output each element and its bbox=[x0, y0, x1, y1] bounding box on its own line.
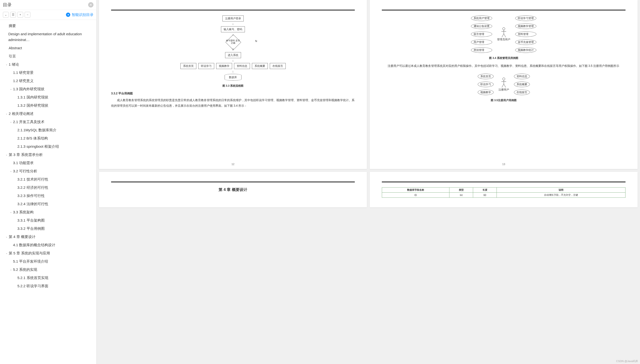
add-button[interactable]: + bbox=[18, 12, 23, 18]
toc-item[interactable]: 5.1 平台开发环境介绍 bbox=[0, 257, 96, 266]
toc-item[interactable]: 3.2.2 经济的可行性 bbox=[0, 184, 96, 192]
chevron-down-icon[interactable]: ⌄ bbox=[9, 210, 13, 214]
toc-item[interactable]: 3.3.2 平台用例图 bbox=[0, 224, 96, 233]
toc-item[interactable]: ⌄2 相关理论阐述 bbox=[0, 110, 96, 118]
usecase-admin: 系统用户管理通知公告设置留言管理用户管理类别管理 管理员用户 听说学习管理视频教… bbox=[382, 16, 625, 53]
toc-item[interactable]: ⌄1 绪论 bbox=[0, 60, 96, 68]
flow-database: 数据库 bbox=[225, 74, 242, 80]
smart-recognize-toc[interactable]: ✦ 智能识别目录 bbox=[66, 12, 94, 17]
chevron-down-icon[interactable]: ⌄ bbox=[5, 251, 8, 255]
toc-item[interactable]: 3.2.4 法律的可行性 bbox=[0, 200, 96, 208]
close-icon[interactable]: ✕ bbox=[88, 2, 94, 8]
flow-leaf: 系统首页 bbox=[180, 63, 196, 69]
toc-item[interactable]: 3.1 功能需求 bbox=[0, 159, 96, 167]
flow-leaf: 在线留言 bbox=[270, 63, 286, 69]
page-number: 12 bbox=[99, 163, 367, 166]
page-number: 13 bbox=[370, 163, 637, 166]
toc-item[interactable]: 3.2.1 技术的可行性 bbox=[0, 175, 96, 184]
toc-item[interactable]: ⌄3.3 系统架构 bbox=[0, 208, 96, 216]
sidebar-title: 目录 bbox=[3, 2, 12, 8]
usecase-ellipse: 通知公告设置 bbox=[471, 24, 492, 29]
chevron-down-icon[interactable]: ⌄ bbox=[5, 62, 8, 66]
chevron-down-icon[interactable]: ⌄ bbox=[9, 169, 13, 173]
figure-caption: 图 3.4 系统管理员用例图 bbox=[382, 56, 625, 60]
toc-item-label: 2.1.3 springboot 框架介绍 bbox=[18, 144, 59, 150]
header-rule bbox=[111, 182, 355, 182]
usecase-ellipse: 系统概要 bbox=[514, 82, 530, 87]
toc-item[interactable]: ⌄第 4 章 概要设计 bbox=[0, 233, 96, 241]
toc-item[interactable]: ⌄2.1 开发工具及技术 bbox=[0, 118, 96, 126]
svg-line-4 bbox=[504, 34, 506, 37]
toc-item[interactable]: 5.2.2 听说学习界面 bbox=[0, 282, 96, 290]
toc-item[interactable]: 摘要 bbox=[0, 22, 96, 30]
toc-item[interactable]: 5.2.1 系统首页实现 bbox=[0, 274, 96, 282]
toc-item-label: 3.2.4 法律的可行性 bbox=[18, 201, 48, 207]
toc-item-label: 摘要 bbox=[9, 23, 16, 29]
toc-item-label: 2.1 开发工具及技术 bbox=[13, 119, 45, 125]
collapse-all-button[interactable]: ⌄ bbox=[3, 12, 9, 18]
toc-item-label: 1.2 研究意义 bbox=[13, 78, 34, 84]
toc-item[interactable]: 1.3.2 国外研究现状 bbox=[0, 102, 96, 110]
flow-leaf: 听说学习 bbox=[198, 63, 214, 69]
svg-point-5 bbox=[503, 78, 505, 80]
toc-item[interactable]: ⌄第 5 章 系统的实现与应用 bbox=[0, 249, 96, 257]
chevron-down-icon[interactable]: ⌄ bbox=[5, 153, 8, 157]
chevron-down-icon[interactable]: ⌄ bbox=[9, 268, 13, 272]
toc-item[interactable]: 引言 bbox=[0, 52, 96, 60]
actor-label: 管理员用户 bbox=[497, 38, 510, 41]
page-13: 系统用户管理通知公告设置留言管理用户管理类别管理 管理员用户 听说学习管理视频教… bbox=[370, 0, 637, 169]
toc-item[interactable]: 1.1 研究背景 bbox=[0, 68, 96, 77]
usecase-ellipse: 系统首页 bbox=[478, 74, 494, 79]
toc-item-label: 3.2 可行性分析 bbox=[13, 168, 37, 174]
expand-tree-button[interactable]: ☰ bbox=[10, 12, 16, 18]
toc-item-label: 2.1.2 B/S 体系结构 bbox=[18, 136, 48, 141]
toc-item-label: 1 绪论 bbox=[9, 62, 19, 67]
toc-item[interactable]: 3.3.1 平台架构图 bbox=[0, 216, 96, 224]
header-rule bbox=[382, 182, 625, 182]
usecase-ellipse: 视频教学 bbox=[478, 90, 494, 95]
toc-item[interactable]: ⌄5.2 系统的实现 bbox=[0, 266, 96, 274]
toc-item[interactable]: 4.1 数据库的概念结构设计 bbox=[0, 241, 96, 249]
toc-item[interactable]: 2.1.2 B/S 体系结构 bbox=[0, 134, 96, 142]
toc-item-label: 2 相关理论阐述 bbox=[9, 111, 34, 116]
chevron-down-icon[interactable]: ⌄ bbox=[9, 87, 13, 91]
arrow-icon: ↓ bbox=[232, 22, 234, 25]
chevron-down-icon[interactable]: ⌄ bbox=[5, 235, 8, 239]
usecase-user: 系统首页听说学习视频教学 注册用户 资料信息系统概要在线留言 bbox=[382, 74, 625, 95]
toc-list[interactable]: 摘要Design and implementation of adult edu… bbox=[0, 20, 96, 364]
toc-item-label: 第 5 章 系统的实现与应用 bbox=[9, 250, 50, 256]
chevron-down-icon[interactable]: ⌄ bbox=[9, 120, 13, 124]
usecase-ellipse: 在线留言 bbox=[514, 90, 530, 95]
toc-item-label: Abstract bbox=[9, 45, 22, 51]
chevron-down-icon[interactable]: ⌄ bbox=[5, 112, 8, 116]
toc-item-label: 5.2 系统的实现 bbox=[13, 267, 37, 272]
flow-no-label: N bbox=[255, 40, 257, 42]
toc-item[interactable]: ⌄3.2 可行性分析 bbox=[0, 167, 96, 175]
watermark: CSDN @Java码库 bbox=[616, 360, 638, 363]
usecase-ellipse: 资料信息 bbox=[514, 74, 530, 79]
sidebar-header: 目录 ✕ bbox=[0, 0, 96, 10]
arrow-icon: ↓ bbox=[232, 59, 234, 62]
body-paragraph: 成人教育教务管理系统的系统管理员的职责是负责日常的成人教育教务管理系统的日常的系… bbox=[111, 98, 355, 108]
toc-item-label: 3.2.1 技术的可行性 bbox=[18, 176, 48, 182]
toc-item-label: 3.2.3 操作可行性 bbox=[18, 193, 45, 199]
document-viewport[interactable]: 注册用户登录 ↓ 输入账号、密码 ↓ 账号密码 是否正确 N Y 进入系统 ↓ … bbox=[97, 0, 640, 364]
person-icon bbox=[500, 77, 507, 88]
toc-item[interactable]: 3.2.3 操作可行性 bbox=[0, 192, 96, 200]
toc-item[interactable]: 1.3.1 国内研究现状 bbox=[0, 93, 96, 102]
toc-item-label: 2.1.1MySQL 数据库简介 bbox=[18, 127, 57, 133]
toc-item[interactable]: ⌄1.3 国内外研究现状 bbox=[0, 85, 96, 93]
toc-item[interactable]: 2.1.1MySQL 数据库简介 bbox=[0, 126, 96, 134]
usecase-ellipse: 留言管理 bbox=[471, 32, 492, 37]
table-header: 类型 bbox=[449, 188, 473, 192]
page-12: 注册用户登录 ↓ 输入账号、密码 ↓ 账号密码 是否正确 N Y 进入系统 ↓ … bbox=[99, 0, 367, 169]
toc-item[interactable]: Abstract bbox=[0, 44, 96, 52]
body-paragraph: 注册用户可以通过本成人教育教务管理系统其对应的用户权限操作。其中包括试听学习、视… bbox=[382, 63, 625, 69]
toc-item[interactable]: Design and implementation of adult educa… bbox=[0, 30, 96, 44]
person-icon bbox=[500, 27, 507, 38]
toc-item[interactable]: ⌄第 3 章 系统需求分析 bbox=[0, 150, 96, 159]
chapter-title: 第 4 章 概要设计 bbox=[111, 187, 355, 192]
toc-item[interactable]: 1.2 研究意义 bbox=[0, 77, 96, 85]
remove-button[interactable]: − bbox=[25, 12, 31, 18]
toc-item[interactable]: 2.1.3 springboot 框架介绍 bbox=[0, 142, 96, 150]
